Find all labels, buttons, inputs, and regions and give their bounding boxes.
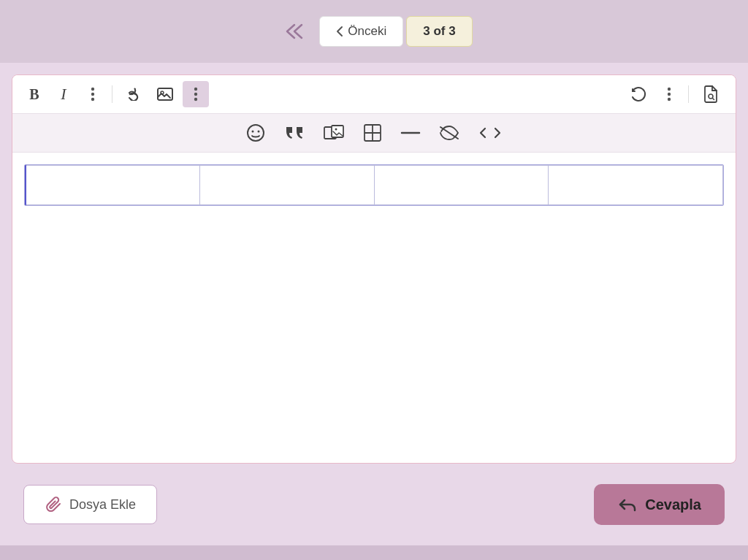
more-right-button[interactable] bbox=[656, 81, 682, 107]
attach-label: Dosya Ekle bbox=[69, 497, 136, 513]
chevron-left-icon bbox=[336, 26, 343, 37]
more-format-button[interactable] bbox=[80, 81, 106, 107]
more-button-active[interactable] bbox=[183, 81, 209, 107]
link-icon bbox=[124, 88, 142, 101]
footer-strip bbox=[0, 545, 748, 560]
table-cell-4[interactable] bbox=[549, 166, 723, 205]
svg-point-8 bbox=[668, 88, 671, 91]
table-row bbox=[26, 166, 723, 205]
italic-button[interactable]: I bbox=[50, 81, 77, 107]
table-container bbox=[24, 164, 724, 206]
image-button[interactable] bbox=[150, 81, 180, 107]
page-counter: 3 of 3 bbox=[406, 16, 472, 47]
link-button[interactable] bbox=[118, 81, 148, 107]
svg-point-7 bbox=[194, 98, 197, 101]
editor-body[interactable] bbox=[12, 153, 736, 463]
image-icon bbox=[156, 87, 174, 101]
svg-point-14 bbox=[258, 131, 260, 133]
media-gallery-icon bbox=[323, 124, 345, 142]
table-cell-3[interactable] bbox=[374, 166, 549, 205]
bold-icon: B bbox=[29, 86, 39, 103]
prev-button[interactable]: Önceki bbox=[319, 16, 403, 47]
editor-container: B I bbox=[12, 74, 736, 464]
attach-button[interactable]: Dosya Ekle bbox=[23, 485, 157, 524]
file-search-button[interactable] bbox=[695, 81, 727, 107]
back-double-icon bbox=[284, 23, 305, 39]
main-content: B I bbox=[0, 63, 748, 545]
svg-point-13 bbox=[252, 131, 254, 133]
undo-icon bbox=[630, 85, 647, 103]
bottom-bar: Dosya Ekle Cevapla bbox=[12, 475, 736, 534]
prev-label: Önceki bbox=[348, 24, 386, 39]
italic-icon: I bbox=[61, 85, 66, 104]
media-gallery-button[interactable] bbox=[317, 120, 351, 146]
undo-button[interactable] bbox=[624, 81, 653, 107]
code-icon bbox=[478, 124, 503, 142]
separator1 bbox=[112, 85, 112, 103]
reply-label: Cevapla bbox=[645, 496, 701, 513]
quote-button[interactable] bbox=[278, 120, 311, 146]
code-button[interactable] bbox=[472, 120, 508, 146]
toolbar-row1: B I bbox=[12, 75, 736, 114]
svg-point-6 bbox=[194, 93, 197, 96]
file-search-icon bbox=[701, 84, 721, 104]
back-double-button[interactable] bbox=[275, 18, 313, 45]
svg-point-0 bbox=[91, 88, 94, 91]
hide-button[interactable] bbox=[432, 120, 466, 146]
hide-icon bbox=[438, 125, 460, 141]
svg-point-17 bbox=[335, 129, 337, 131]
quote-icon bbox=[283, 124, 305, 142]
dots-vertical-right-icon bbox=[667, 86, 671, 102]
paperclip-icon bbox=[45, 496, 62, 513]
table-button[interactable] bbox=[356, 120, 389, 146]
table-icon bbox=[362, 123, 383, 143]
bold-button[interactable]: B bbox=[21, 81, 47, 107]
dots-vertical-active-icon bbox=[194, 86, 198, 102]
top-navigation: Önceki 3 of 3 bbox=[0, 0, 748, 63]
toolbar-right bbox=[624, 81, 682, 107]
reply-icon bbox=[617, 494, 638, 515]
svg-point-2 bbox=[91, 98, 94, 101]
dots-vertical-icon bbox=[91, 86, 95, 102]
table-cell-1[interactable] bbox=[26, 166, 200, 205]
editor-table bbox=[25, 165, 723, 205]
toolbar-row2 bbox=[12, 114, 736, 153]
divider-icon bbox=[400, 129, 421, 137]
svg-point-10 bbox=[668, 98, 671, 101]
emoji-icon bbox=[245, 123, 266, 143]
reply-button[interactable]: Cevapla bbox=[594, 484, 725, 525]
divider-button[interactable] bbox=[394, 120, 427, 146]
table-cell-2[interactable] bbox=[200, 166, 375, 205]
separator2 bbox=[688, 85, 689, 103]
emoji-button[interactable] bbox=[240, 120, 272, 146]
svg-point-12 bbox=[248, 125, 264, 141]
svg-point-1 bbox=[91, 93, 94, 96]
svg-point-9 bbox=[668, 93, 671, 96]
svg-point-5 bbox=[194, 88, 197, 91]
